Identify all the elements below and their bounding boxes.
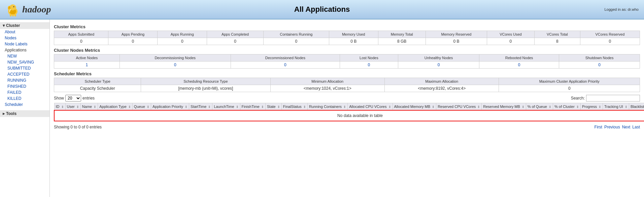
sidebar-item-node-labels[interactable]: Node Labels bbox=[0, 41, 49, 47]
sort-final-status-icon: ⇕ bbox=[303, 105, 306, 109]
col-id: ID ⇕ bbox=[54, 103, 65, 111]
show-entries-select[interactable]: 20 50 100 bbox=[65, 95, 81, 102]
col-decommissioning-nodes: Decommissioning Nodes bbox=[120, 54, 231, 62]
col-max-cluster-priority: Maximum Cluster Application Priority bbox=[499, 78, 640, 85]
val-scheduler-type: Capacity Scheduler bbox=[54, 85, 141, 92]
val-apps-completed: 0 bbox=[207, 38, 264, 45]
val-apps-running: 0 bbox=[158, 38, 207, 45]
link-rebooted-nodes[interactable]: 0 bbox=[518, 63, 520, 67]
sort-res-cpu-icon: ⇕ bbox=[477, 105, 480, 109]
link-decommissioned-nodes[interactable]: 0 bbox=[284, 63, 286, 67]
collapse-icon: ▾ bbox=[3, 23, 5, 28]
cluster-nodes-row: 1 0 0 0 0 0 0 bbox=[54, 62, 640, 69]
col-blacklisted-nodes: Blacklisted Nodes ⇕ bbox=[629, 103, 644, 111]
col-final-status: FinalStatus ⇕ bbox=[281, 103, 307, 111]
val-apps-pending: 0 bbox=[108, 38, 158, 45]
expand-icon: ▸ bbox=[3, 111, 5, 116]
show-label: Show bbox=[54, 96, 64, 101]
nav-previous[interactable]: Previous bbox=[604, 125, 620, 129]
sidebar-item-scheduler[interactable]: Scheduler bbox=[0, 102, 49, 108]
svg-rect-6 bbox=[10, 14, 11, 16]
col-vcores-used: VCores Used bbox=[487, 31, 535, 38]
val-decommissioned-nodes: 0 bbox=[231, 62, 340, 69]
col-launch-time: LaunchTime ⇕ bbox=[212, 103, 240, 111]
sort-progress-icon: ⇕ bbox=[599, 105, 601, 109]
sidebar-cluster-section: ▾ Cluster About Nodes Node Labels Applic… bbox=[0, 22, 49, 108]
no-data-cell: No data available in table bbox=[54, 110, 644, 121]
nav-next[interactable]: Next bbox=[622, 125, 631, 129]
col-app-priority: Application Priority ⇕ bbox=[151, 103, 189, 111]
footer-row: Showing 0 to 0 of 0 entries First Previo… bbox=[54, 123, 640, 131]
val-scheduling-resource-type: [memory-mb (unit=Mi), vcores] bbox=[141, 85, 270, 92]
link-lost-nodes[interactable]: 0 bbox=[368, 63, 370, 67]
link-decommissioning-nodes[interactable]: 0 bbox=[174, 63, 176, 67]
col-lost-nodes: Lost Nodes bbox=[340, 54, 398, 62]
val-unhealthy-nodes: 0 bbox=[398, 62, 479, 69]
col-apps-running: Apps Running bbox=[158, 31, 207, 38]
col-progress: Progress ⇕ bbox=[580, 103, 603, 111]
col-apps-completed: Apps Completed bbox=[207, 31, 264, 38]
nav-first[interactable]: First bbox=[595, 125, 602, 129]
cluster-metrics-row: 0 0 0 0 0 0 B 8 GB 0 B 0 8 0 bbox=[54, 38, 640, 45]
sidebar-item-finished[interactable]: FINISHED bbox=[3, 83, 49, 89]
val-memory-total: 8 GB bbox=[378, 38, 426, 45]
search-label: Search: bbox=[571, 96, 585, 101]
sidebar-item-new-saving[interactable]: NEW_SAVING bbox=[3, 59, 49, 65]
sort-app-type-icon: ⇕ bbox=[128, 105, 131, 109]
sort-finish-icon: ⇕ bbox=[261, 105, 264, 109]
sidebar-tools-label: Tools bbox=[6, 111, 16, 116]
sidebar-item-new[interactable]: NEW bbox=[3, 53, 49, 59]
col-running-containers: Running Containers ⇕ bbox=[307, 103, 347, 111]
nav-last[interactable]: Last bbox=[632, 125, 640, 129]
val-lost-nodes: 0 bbox=[340, 62, 398, 69]
sidebar-applications-subitems: NEW NEW_SAVING SUBMITTED ACCEPTED RUNNIN… bbox=[0, 53, 49, 102]
val-max-cluster-priority: 0 bbox=[499, 85, 640, 92]
sidebar-item-running[interactable]: RUNNING bbox=[3, 77, 49, 83]
col-decommissioned-nodes: Decommissioned Nodes bbox=[231, 54, 340, 62]
content: Cluster Metrics Apps Submitted Apps Pend… bbox=[50, 19, 644, 197]
link-unhealthy-nodes[interactable]: 0 bbox=[438, 63, 440, 67]
sidebar-item-failed[interactable]: FAILED bbox=[3, 89, 49, 95]
val-vcores-reserved: 0 bbox=[580, 38, 640, 45]
sort-id-icon: ⇕ bbox=[61, 105, 64, 109]
col-state: State ⇕ bbox=[266, 103, 282, 111]
sidebar-tools-header[interactable]: ▸ Tools bbox=[0, 110, 49, 117]
sort-pct-cluster-icon: ⇕ bbox=[576, 105, 579, 109]
svg-rect-8 bbox=[14, 14, 16, 16]
link-shutdown-nodes[interactable]: 0 bbox=[598, 63, 601, 67]
sort-name-icon: ⇕ bbox=[94, 105, 96, 109]
svg-rect-7 bbox=[12, 14, 14, 16]
sidebar-cluster-header[interactable]: ▾ Cluster bbox=[0, 22, 49, 29]
sidebar: ▾ Cluster About Nodes Node Labels Applic… bbox=[0, 19, 50, 197]
col-name: Name ⇕ bbox=[80, 103, 98, 111]
footer-nav: First Previous Next Last bbox=[595, 125, 640, 129]
svg-point-5 bbox=[13, 6, 14, 7]
sidebar-item-accepted[interactable]: ACCEPTED bbox=[3, 71, 49, 77]
link-active-nodes[interactable]: 1 bbox=[86, 63, 88, 67]
sidebar-item-killed[interactable]: KILLED bbox=[3, 95, 49, 102]
sidebar-item-nodes[interactable]: Nodes bbox=[0, 35, 49, 41]
sidebar-item-submitted[interactable]: SUBMITTED bbox=[3, 65, 49, 71]
val-containers-running: 0 bbox=[263, 38, 329, 45]
col-apps-pending: Apps Pending bbox=[108, 31, 158, 38]
col-scheduler-type: Scheduler Type bbox=[54, 78, 141, 85]
val-rebooted-nodes: 0 bbox=[479, 62, 559, 69]
sidebar-cluster-label: Cluster bbox=[6, 23, 20, 28]
entries-label: entries bbox=[82, 96, 95, 101]
val-shutdown-nodes: 0 bbox=[559, 62, 640, 69]
search-input[interactable] bbox=[586, 95, 640, 102]
col-rebooted-nodes: Rebooted Nodes bbox=[479, 54, 559, 62]
val-apps-submitted: 0 bbox=[54, 38, 108, 45]
val-active-nodes: 1 bbox=[54, 62, 120, 69]
sort-user-icon: ⇕ bbox=[76, 105, 79, 109]
col-active-nodes: Active Nodes bbox=[54, 54, 120, 62]
col-pct-cluster: % of Cluster ⇕ bbox=[553, 103, 580, 111]
col-queue: Queue ⇕ bbox=[132, 103, 151, 111]
sort-queue-icon: ⇕ bbox=[147, 105, 149, 109]
no-data-row: No data available in table bbox=[54, 110, 644, 121]
sidebar-item-applications-label: Applications bbox=[0, 47, 49, 53]
col-min-allocation: Minimum Allocation bbox=[270, 78, 384, 85]
sidebar-item-about[interactable]: About bbox=[0, 29, 49, 35]
search-area: Search: bbox=[571, 95, 640, 102]
sidebar-tools-section: ▸ Tools bbox=[0, 110, 49, 117]
